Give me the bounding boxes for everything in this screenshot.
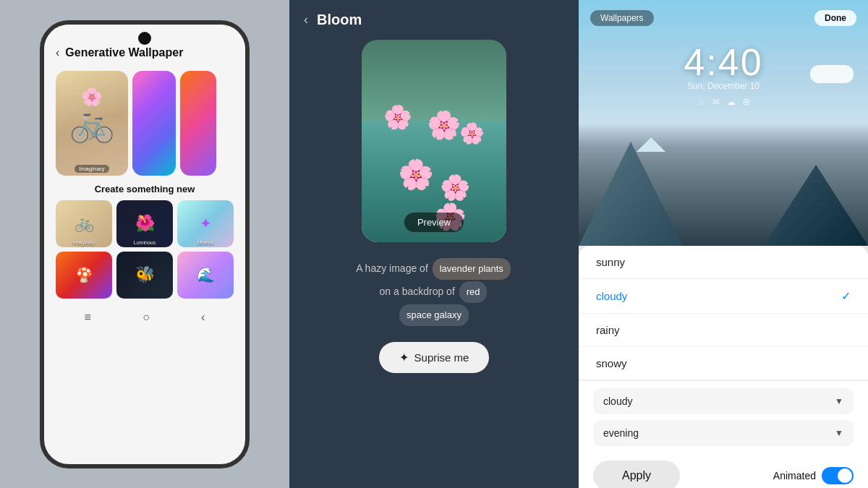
back-icon[interactable]: ‹ <box>56 46 59 59</box>
wp-top-bar: Wallpapers Done <box>579 0 868 26</box>
grid-label-mineral: Mineral <box>197 240 214 245</box>
sparkle-icon: ✦ <box>399 351 409 364</box>
desc-tag-lavender[interactable]: lavender plants <box>433 258 511 280</box>
dropdown-label-rainy: rainy <box>596 324 620 336</box>
done-button[interactable]: Done <box>814 10 856 26</box>
dropdown-label-snowy: snowy <box>596 357 627 369</box>
lock-screen-time: 4:40 <box>684 40 762 84</box>
panel-wallpaper-picker: Wallpapers Done 4:40 Sun, December 10 ☆ … <box>579 0 868 488</box>
bloom-preview-container: 🌸 🌸 🌸 🌸 🌸 🌸 Preview <box>362 40 506 242</box>
phone-frame-1: ‹ Generative Wallpaper 🌸 🚲 Imaginary Cre… <box>40 20 250 468</box>
dropdown-controls: cloudy ▼ evening ▼ <box>579 381 868 453</box>
bloom-header: ‹ Bloom <box>289 0 579 34</box>
grid-label-imaginary: Imaginary <box>73 240 95 245</box>
grid-item-imaginary[interactable]: 🚲 Imaginary <box>56 200 112 247</box>
nav-home-icon[interactable]: ○ <box>142 311 150 324</box>
dropdown-item-snowy[interactable]: snowy <box>579 347 868 380</box>
chevron-down-icon-1: ▼ <box>835 396 843 406</box>
grid-item-orange[interactable]: 🍄 <box>56 252 112 299</box>
desc-text-1: A hazy image of <box>356 262 431 274</box>
chevron-down-icon-2: ▼ <box>835 428 843 438</box>
mail-icon: ✉ <box>712 97 720 107</box>
surprise-button[interactable]: ✦ Suprise me <box>379 342 490 373</box>
status-icons-row: ☆ ✉ ☁ ⊞ <box>697 97 750 107</box>
desc-tag-space[interactable]: space galaxy <box>399 304 469 326</box>
cherry-scene: 🌸 🌸 🌸 🌸 🌸 🌸 <box>362 40 506 242</box>
lock-screen-date: Sun, December 10 <box>687 81 760 91</box>
select-label-evening: evening <box>603 427 639 439</box>
wallpaper-carousel: 🌸 🚲 Imaginary <box>44 65 245 181</box>
check-icon: ✓ <box>841 289 851 303</box>
cherry-tree-4: 🌸 <box>398 158 434 192</box>
cherry-tree-2: 🌸 <box>427 109 461 141</box>
grid-item-mineral[interactable]: ✦ Mineral <box>177 200 234 247</box>
bloom-description: A hazy image of lavender plants on a bac… <box>334 248 534 335</box>
desc-line2: on a backdrop of red <box>356 280 512 303</box>
cloud-scene <box>810 65 854 83</box>
wallpapers-pill[interactable]: Wallpapers <box>590 10 654 26</box>
select-row-evening[interactable]: evening ▼ <box>593 420 854 446</box>
style-grid: 🚲 Imaginary 🌺 Luminous ✦ Mineral 🍄 <box>56 200 234 299</box>
grid-item-pink[interactable]: 🌊 <box>177 252 234 299</box>
animated-toggle[interactable] <box>822 467 854 484</box>
panel-generative-wallpaper: ‹ Generative Wallpaper 🌸 🚲 Imaginary Cre… <box>0 0 289 488</box>
snow-cap <box>637 137 665 152</box>
bike-art: 🌸 🚲 <box>63 83 121 163</box>
animated-toggle-row: Animated <box>773 467 854 484</box>
create-section: Create something new 🚲 Imaginary 🌺 Lumin… <box>44 181 245 304</box>
dropdown-label-cloudy: cloudy <box>596 290 627 302</box>
bottom-bar: Apply Animated <box>579 453 868 488</box>
wp-preview-screen: Wallpapers Done 4:40 Sun, December 10 ☆ … <box>579 0 868 246</box>
toggle-knob <box>838 468 852 483</box>
bloom-wallpaper: 🌸 🌸 🌸 🌸 🌸 🌸 <box>362 40 506 242</box>
star-icon: ☆ <box>697 97 705 107</box>
nav-back-icon[interactable]: ‹ <box>201 311 205 324</box>
wp-phone-frame: Wallpapers Done 4:40 Sun, December 10 ☆ … <box>579 0 868 260</box>
grid-item-luminous[interactable]: 🌺 Luminous <box>116 200 173 247</box>
dropdown-label-sunny: sunny <box>596 256 625 268</box>
desc-tag-red[interactable]: red <box>459 281 488 303</box>
animated-label: Animated <box>773 470 816 481</box>
surprise-label: Suprise me <box>414 351 469 364</box>
cloud-icon: ☁ <box>727 97 736 107</box>
grid-item-bee[interactable]: 🐝 <box>116 252 173 299</box>
mountain-scene <box>579 116 868 246</box>
select-row-cloudy[interactable]: cloudy ▼ <box>593 388 854 414</box>
phone-header: ‹ Generative Wallpaper <box>44 25 245 65</box>
create-title: Create something new <box>56 184 234 194</box>
bloom-back-icon[interactable]: ‹ <box>304 12 308 27</box>
wallpaper-thumb-side1[interactable] <box>132 71 176 176</box>
weather-dropdown-list: sunny cloudy ✓ rainy snowy <box>579 246 868 381</box>
mountain-left <box>579 130 752 246</box>
desc-line1: A hazy image of lavender plants <box>356 257 512 280</box>
desc-text-2: on a backdrop of <box>380 286 458 297</box>
cherry-tree-5: 🌸 <box>440 173 470 202</box>
phone-notch <box>138 32 151 45</box>
dropdown-panel: sunny cloudy ✓ rainy snowy cloudy ▼ even… <box>579 246 868 488</box>
bike-icon: 🚲 <box>69 102 114 144</box>
phone-screen-1: ‹ Generative Wallpaper 🌸 🚲 Imaginary Cre… <box>44 25 245 464</box>
cherry-tree-1: 🌸 <box>383 103 412 131</box>
select-label-cloudy: cloudy <box>603 395 632 407</box>
dropdown-item-cloudy[interactable]: cloudy ✓ <box>579 279 868 314</box>
nav-menu-icon[interactable]: ≡ <box>85 311 91 324</box>
wallpaper-label-imaginary: Imaginary <box>75 165 109 173</box>
wallpaper-thumb-side2[interactable] <box>180 71 216 176</box>
preview-button[interactable]: Preview <box>404 213 464 232</box>
cherry-tree-3: 🌸 <box>459 121 485 145</box>
grid-label-luminous: Luminous <box>134 240 156 245</box>
apply-button[interactable]: Apply <box>593 461 680 488</box>
page-title: Generative Wallpaper <box>65 46 183 59</box>
cloud-shape <box>810 65 854 83</box>
wallpaper-thumb-main[interactable]: 🌸 🚲 Imaginary <box>56 71 128 176</box>
dropdown-item-sunny[interactable]: sunny <box>579 246 868 279</box>
phone-nav-bar: ≡ ○ ‹ <box>44 304 245 330</box>
bloom-title: Bloom <box>317 12 362 28</box>
panel-bloom: ‹ Bloom 🌸 🌸 🌸 🌸 🌸 🌸 Preview A hazy image… <box>289 0 579 488</box>
grid-icon: ⊞ <box>743 97 750 107</box>
dropdown-item-rainy[interactable]: rainy <box>579 314 868 347</box>
mountain-right <box>694 145 868 246</box>
desc-line3: space galaxy <box>356 303 512 326</box>
